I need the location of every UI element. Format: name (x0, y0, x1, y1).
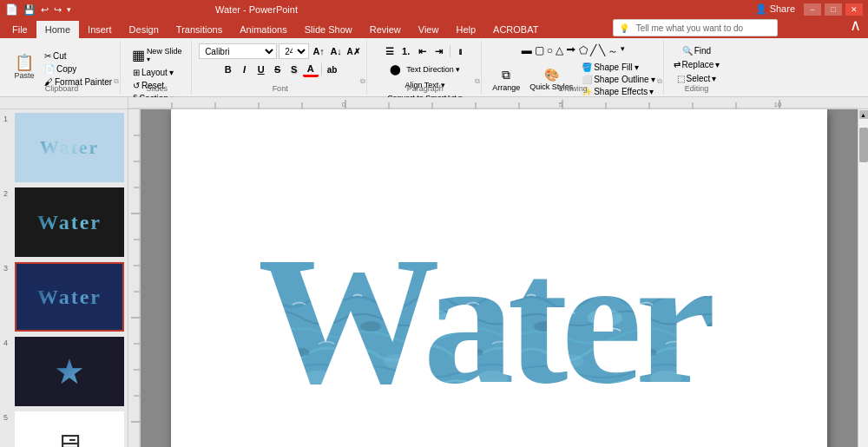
title-bar: 📄 💾 ↩ ↪ ▾ Water - PowerPoint 👤 Share − □… (0, 0, 868, 19)
tab-slideshow[interactable]: Slide Show (296, 21, 361, 38)
underline-button[interactable]: U (253, 62, 269, 77)
share-button[interactable]: 👤 Share (750, 3, 800, 16)
svg-rect-40 (171, 109, 796, 439)
minimize-button[interactable]: − (804, 3, 821, 16)
share-icon: 👤 (755, 3, 767, 14)
decrease-font-button[interactable]: A↓ (328, 43, 344, 59)
tab-design[interactable]: Design (121, 21, 168, 38)
paragraph-group: ☰ 1. ⇤ ⇥ ⫾ ⬤ Text Direction ▾ Align Text… (369, 40, 482, 95)
quick-undo-icon[interactable]: ↩ (41, 4, 49, 16)
paste-button[interactable]: 📋 Paste (9, 53, 40, 82)
find-button[interactable]: 🔍 Find (680, 45, 713, 56)
shape-rounded-rect[interactable]: ▢ (534, 43, 545, 60)
shape-right-arrow[interactable]: ⮕ (565, 43, 577, 60)
columns-button[interactable]: ⫾ (453, 43, 469, 59)
drawing-launcher[interactable]: ⧉ (657, 77, 662, 86)
tab-home[interactable]: Home (36, 21, 79, 38)
clipboard-launcher[interactable]: ⧉ (114, 77, 119, 86)
customize-qat-icon[interactable]: ▾ (67, 5, 71, 14)
decrease-indent-button[interactable]: ⇤ (415, 43, 431, 59)
text-direction-button[interactable]: Text Direction ▾ (404, 64, 463, 75)
increase-font-button[interactable]: A↑ (311, 43, 326, 59)
slide-thumb-4[interactable]: ★ (15, 337, 124, 406)
select-button[interactable]: ⬚ Select▾ (674, 73, 720, 84)
tab-insert[interactable]: Insert (79, 21, 121, 38)
shape-oval[interactable]: ○ (546, 43, 554, 60)
ribbon-collapse-icon[interactable]: ∧ (850, 16, 861, 35)
slides-group: ▦ New Slide ▾ ⊞ Layout▾ ↺ Reset § Sectio… (122, 40, 192, 95)
slide-thumb-1[interactable]: Water (15, 113, 124, 182)
copy-button[interactable]: 📄 Copy (42, 63, 115, 75)
text-highlight-button[interactable]: ab (325, 62, 340, 77)
tab-help[interactable]: Help (447, 21, 484, 38)
numbering-button[interactable]: 1. (398, 43, 414, 59)
slide-canvas: Water (171, 109, 827, 447)
italic-button[interactable]: I (237, 62, 253, 77)
slide-5-container: 5 🖥 (3, 411, 124, 447)
copy-icon: 📄 (44, 64, 55, 74)
ribbon-tab-bar: File Home Insert Design Transitions Anim… (0, 19, 868, 38)
shape-rectangle[interactable]: ▬ (521, 43, 533, 60)
increase-indent-button[interactable]: ⇥ (431, 43, 447, 59)
slide-thumb-2[interactable]: Water (15, 187, 124, 257)
cut-icon: ✂ (44, 51, 51, 61)
scroll-thumb-vertical[interactable] (859, 128, 868, 162)
bold-button[interactable]: B (220, 62, 236, 77)
shape-outline-button[interactable]: ⬜ Shape Outline▾ (579, 74, 657, 85)
svg-text:0: 0 (342, 101, 346, 108)
cut-button[interactable]: ✂ Cut (42, 50, 115, 62)
tab-animations[interactable]: Animations (231, 21, 295, 38)
slide-thumb-5[interactable]: 🖥 (15, 411, 124, 447)
layout-button[interactable]: ⊞ Layout▾ (130, 67, 176, 78)
maximize-button[interactable]: □ (825, 3, 842, 16)
help-search-placeholder: Tell me what you want to do (636, 23, 743, 33)
shape-triangle[interactable]: △ (555, 43, 564, 60)
ruler-horizontal: 0 5 10 (128, 97, 858, 109)
slide-panel: 1 Water 2 Water 3 Water 4 (0, 109, 128, 447)
app-title: Water - PowerPoint (215, 4, 298, 15)
shape-line[interactable]: ╱ (589, 43, 597, 60)
paragraph-launcher[interactable]: ⧉ (475, 77, 480, 86)
tab-review[interactable]: Review (361, 21, 410, 38)
tab-transitions[interactable]: Transitions (168, 21, 231, 38)
scroll-up-button[interactable]: ▲ (859, 110, 868, 119)
help-search-box[interactable]: 💡 Tell me what you want to do (613, 19, 778, 36)
close-button[interactable]: ✕ (845, 3, 863, 16)
slide-thumb-3[interactable]: Water (15, 262, 124, 332)
shape-pentagon[interactable]: ⬠ (578, 43, 589, 60)
font-launcher[interactable]: ⧉ (360, 77, 365, 86)
font-name-select[interactable]: Calibri (199, 43, 277, 59)
shape-more[interactable]: ▾ (620, 43, 626, 60)
shape-connector[interactable]: ╲ (598, 43, 606, 60)
bullets-button[interactable]: ☰ (382, 43, 398, 59)
quick-redo-icon[interactable]: ↪ (54, 4, 62, 16)
editing-group: 🔍 Find ⇄ Replace▾ ⬚ Select▾ Editing (666, 40, 728, 95)
shape-effects-button[interactable]: ✨ Shape Effects▾ (579, 86, 657, 97)
shadow-button[interactable]: S (286, 62, 302, 77)
tab-file[interactable]: File (3, 21, 36, 38)
ruler-vertical (128, 109, 141, 447)
strikethrough-button[interactable]: S (270, 62, 286, 77)
quick-save-icon[interactable]: 💾 (23, 4, 36, 16)
arrange-button[interactable]: ⧉ Arrange (489, 66, 523, 94)
reset-icon: ↺ (133, 81, 140, 90)
tab-acrobat[interactable]: ACROBAT (484, 21, 547, 38)
clear-format-button[interactable]: A✗ (345, 43, 361, 59)
shape-freeform[interactable]: ～ (607, 43, 619, 60)
vertical-scrollbar[interactable]: ▲ ▼ (858, 109, 868, 447)
new-slide-button[interactable]: ▦ New Slide ▾ (130, 45, 184, 65)
svg-text:10: 10 (774, 101, 782, 108)
font-color-picker[interactable]: A (303, 62, 319, 77)
select-icon: ⬚ (677, 74, 685, 83)
font-group: Calibri 24 A↑ A↓ A✗ B I U S S A ab Font (194, 40, 367, 95)
slide-2-container: 2 Water (3, 187, 124, 257)
font-size-select[interactable]: 24 (279, 43, 309, 59)
replace-icon: ⇄ (674, 60, 681, 69)
canvas-area[interactable]: Water (141, 109, 858, 447)
clipboard-group: 📋 Paste ✂ Cut 📄 Copy 🖌 Format Painter Cl… (3, 40, 121, 95)
replace-button[interactable]: ⇄ Replace▾ (671, 59, 723, 70)
tab-view[interactable]: View (410, 21, 448, 38)
shape-fill-button[interactable]: 🪣 Shape Fill▾ (579, 62, 657, 73)
new-slide-icon: ▦ (132, 47, 145, 63)
align-left-button[interactable]: ⬤ (387, 62, 403, 77)
